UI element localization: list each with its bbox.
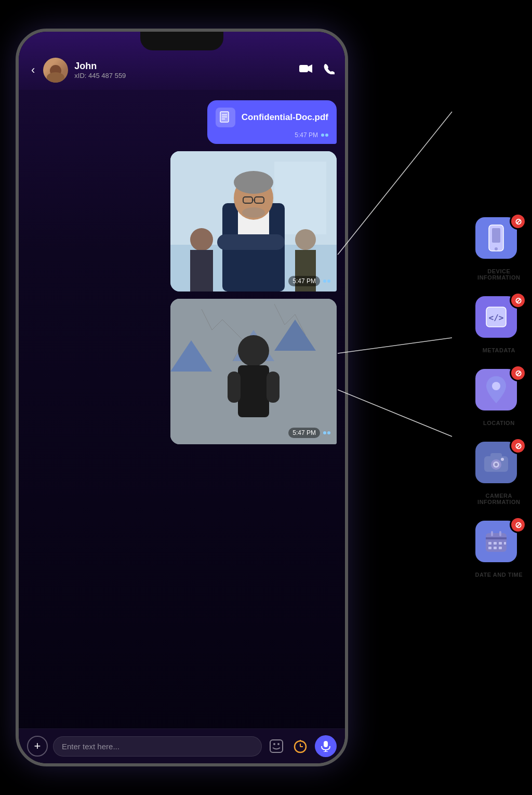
add-button[interactable]: + — [27, 736, 48, 757]
svg-rect-59 — [486, 537, 507, 539]
document-message[interactable]: Confidential-Doc.pdf 5:47 PM — [207, 100, 337, 144]
video-dot-2 — [327, 431, 330, 434]
svg-point-23 — [295, 229, 316, 250]
avatar-face — [43, 58, 68, 83]
video-dot-1 — [323, 431, 326, 434]
svg-point-55 — [501, 458, 504, 461]
phone-shell: ‹ John xID: 445 487 559 — [16, 29, 348, 766]
svg-line-0 — [338, 112, 452, 255]
svg-line-1 — [338, 338, 452, 353]
image-dot-1 — [323, 280, 326, 283]
datetime-icon-wrap: ⊘ — [475, 521, 522, 567]
voice-button[interactable] — [315, 735, 337, 757]
timer-button[interactable] — [291, 737, 310, 756]
svg-point-19 — [242, 207, 265, 218]
svg-rect-34 — [270, 740, 283, 752]
image-dot-2 — [327, 280, 330, 283]
svg-rect-46 — [492, 228, 500, 243]
doc-row: Confidential-Doc.pdf — [216, 108, 328, 127]
camera-information-icon-wrap: ⊘ — [475, 442, 522, 488]
feature-metadata[interactable]: </> ⊘ METADATA — [475, 296, 522, 353]
metadata-icon-wrap: </> ⊘ — [475, 296, 522, 343]
back-button[interactable]: ‹ — [29, 61, 37, 79]
side-button — [346, 136, 348, 177]
datetime-no-badge: ⊘ — [510, 516, 526, 533]
svg-rect-62 — [499, 542, 502, 545]
doc-meta: 5:47 PM — [216, 131, 328, 139]
device-information-icon-wrap: ⊘ — [475, 217, 522, 264]
svg-rect-60 — [488, 542, 491, 545]
phone-call-button[interactable] — [323, 63, 335, 77]
feature-location[interactable]: ⊘ LOCATION — [475, 369, 522, 426]
svg-point-35 — [273, 743, 275, 745]
svg-text:</>: </> — [489, 313, 504, 323]
svg-rect-57 — [491, 531, 493, 536]
video-overlay: 5:47 PM — [288, 428, 330, 438]
chat-area: Confidential-Doc.pdf 5:47 PM — [19, 90, 345, 728]
feature-camera-information[interactable]: ⊘ CAMERAINFORMATION — [475, 442, 522, 505]
device-label: DEVICEINFORMATION — [477, 268, 520, 281]
video-time: 5:47 PM — [288, 428, 320, 438]
svg-rect-31 — [238, 365, 269, 417]
svg-point-15 — [234, 171, 273, 194]
metadata-no-badge: ⊘ — [510, 292, 526, 309]
video-call-button[interactable] — [299, 63, 313, 77]
svg-rect-65 — [499, 547, 502, 549]
svg-point-49 — [492, 382, 500, 390]
feature-date-time[interactable]: ⊘ DATE AND TIME — [475, 521, 523, 578]
svg-rect-33 — [267, 372, 280, 403]
image-message[interactable]: 5:47 PM — [170, 151, 337, 292]
svg-marker-4 — [308, 64, 312, 73]
feature-device-information[interactable]: ⊘ DEVICEINFORMATION — [475, 217, 522, 281]
svg-rect-3 — [299, 65, 308, 72]
svg-rect-22 — [190, 250, 213, 292]
datetime-label: DATE AND TIME — [475, 572, 523, 578]
svg-rect-63 — [488, 547, 491, 549]
location-no-badge: ⊘ — [510, 365, 526, 381]
header-actions — [299, 63, 335, 77]
text-input[interactable]: Enter text here... — [53, 736, 262, 757]
bottom-bar: + Enter text here... — [19, 728, 345, 763]
read-dot-1 — [321, 134, 324, 137]
doc-filename: Confidential-Doc.pdf — [242, 112, 328, 123]
video-message[interactable]: 5:47 PM — [170, 299, 337, 444]
video-inner: 5:47 PM — [170, 299, 337, 444]
svg-rect-64 — [494, 547, 497, 549]
doc-time: 5:47 PM — [295, 131, 318, 139]
camera-no-badge: ⊘ — [510, 438, 526, 454]
metadata-label: METADATA — [483, 347, 515, 353]
svg-point-30 — [238, 335, 269, 366]
device-no-badge: ⊘ — [510, 213, 526, 230]
image-read-dots — [323, 280, 330, 283]
header-info: John xID: 445 487 559 — [74, 61, 293, 80]
image-time: 5:47 PM — [288, 276, 320, 286]
doc-icon — [216, 108, 235, 127]
image-overlay: 5:47 PM — [288, 276, 330, 286]
sticker-button[interactable] — [267, 737, 286, 756]
svg-point-45 — [495, 247, 498, 250]
read-dots — [321, 134, 328, 137]
avatar — [43, 58, 68, 83]
read-dot-2 — [325, 134, 328, 137]
phone-screen: ‹ John xID: 445 487 559 — [19, 32, 345, 763]
image-inner: 5:47 PM — [170, 151, 337, 292]
svg-rect-51 — [490, 453, 502, 459]
contact-name: John — [74, 61, 293, 72]
features-panel: ⊘ DEVICEINFORMATION </> ⊘ METADATA — [475, 217, 523, 578]
svg-rect-20 — [217, 234, 285, 250]
svg-rect-41 — [324, 741, 328, 747]
svg-rect-32 — [228, 372, 241, 403]
svg-line-2 — [338, 390, 452, 436]
svg-rect-61 — [494, 542, 497, 545]
contact-xid: xID: 445 487 559 — [74, 72, 293, 80]
svg-point-54 — [495, 463, 498, 466]
svg-point-21 — [190, 228, 213, 251]
video-read-dots — [323, 431, 330, 434]
svg-point-36 — [277, 743, 280, 745]
location-icon-wrap: ⊘ — [475, 369, 522, 416]
phone-notch — [140, 32, 223, 50]
svg-rect-58 — [499, 531, 501, 536]
camera-label: CAMERAINFORMATION — [477, 493, 520, 505]
location-label: LOCATION — [483, 420, 515, 426]
svg-rect-66 — [504, 542, 506, 545]
